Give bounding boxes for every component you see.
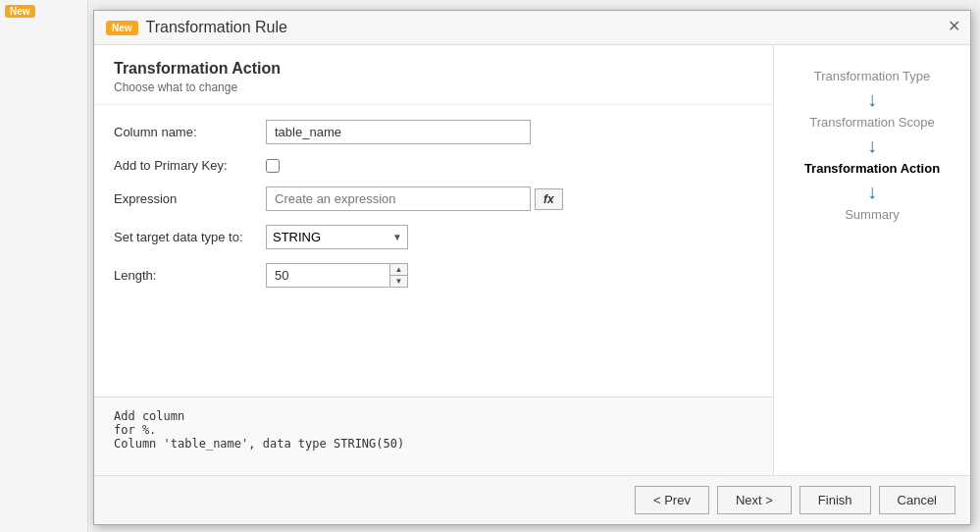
primary-key-row: Add to Primary Key: [114,158,753,173]
length-decrement-button[interactable]: ▼ [390,276,407,287]
preview-line1: Add column [114,409,753,423]
expression-label: Expression [114,191,266,206]
expression-row: Expression fx [114,186,753,211]
wizard-step-type: Transformation Type [814,69,931,83]
column-name-label: Column name: [114,125,266,139]
wizard-arrow-3: ↓ [867,182,877,201]
length-increment-button[interactable]: ▲ [390,264,407,276]
finish-button[interactable]: Finish [799,486,871,514]
primary-key-label: Add to Primary Key: [114,158,266,173]
preview-line3: Column 'table_name', data type STRING(50… [114,437,753,451]
length-spinners: ▲ ▼ [389,264,407,287]
length-row: Length: ▲ ▼ [114,263,753,288]
primary-key-checkbox[interactable] [266,159,280,173]
sidebar: New [0,0,88,532]
modal-body: Transformation Action Choose what to cha… [94,45,970,475]
expression-input[interactable] [266,186,531,211]
next-button[interactable]: Next > [717,486,792,514]
column-name-row: Column name: [114,120,753,144]
cancel-button[interactable]: Cancel [879,486,955,514]
data-type-label: Set target data type to: [114,230,266,244]
modal-title-bar: New Transformation Rule ✕ [94,11,970,45]
section-title: Transformation Action [114,60,753,78]
wizard-step-scope: Transformation Scope [809,115,934,130]
expression-wrapper: fx [266,186,563,211]
wizard-step-action: Transformation Action [804,161,940,176]
length-label: Length: [114,268,266,283]
column-name-input[interactable] [266,120,531,144]
wizard-step-summary: Summary [845,207,900,222]
modal-title: Transformation Rule [146,19,287,36]
preview-area: Add column for %. Column 'table_name', d… [94,397,773,475]
preview-line2: for %. [114,423,753,437]
length-input-wrapper: ▲ ▼ [266,263,408,288]
content-header: Transformation Action Choose what to cha… [94,45,773,105]
data-type-select[interactable]: STRING INTEGER DATE BOOLEAN [266,225,408,249]
modal-dialog: New Transformation Rule ✕ Transformation… [93,10,971,525]
data-type-row: Set target data type to: STRING INTEGER … [114,225,753,249]
modal-close-button[interactable]: ✕ [948,19,960,34]
prev-button[interactable]: < Prev [635,486,709,514]
wizard-arrow-1: ↓ [867,89,877,109]
modal-main-content: Transformation Action Choose what to cha… [94,45,774,475]
form-area: Column name: Add to Primary Key: Express… [94,105,773,397]
fx-button[interactable]: fx [535,188,563,210]
wizard-arrow-2: ↓ [867,135,877,155]
modal-new-badge: New [106,21,138,35]
modal-footer: < Prev Next > Finish Cancel [94,475,970,524]
sidebar-new-badge: New [5,5,35,18]
length-input[interactable] [266,263,408,288]
section-subtitle: Choose what to change [114,80,753,94]
wizard-sidebar: Transformation Type ↓ Transformation Sco… [774,45,970,475]
data-type-dropdown-wrapper: STRING INTEGER DATE BOOLEAN ▼ [266,225,408,249]
